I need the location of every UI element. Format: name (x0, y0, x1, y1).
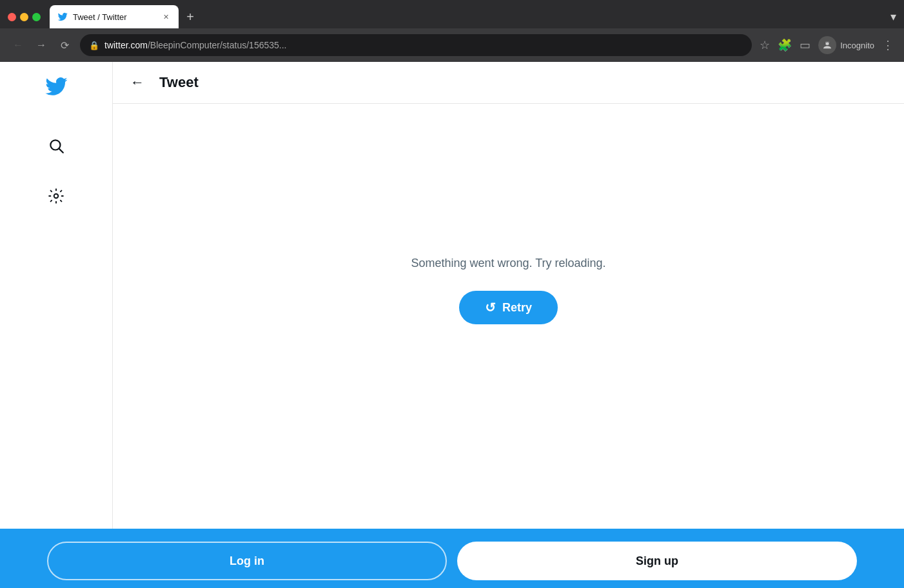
sidebar-settings-button[interactable] (40, 180, 72, 212)
extensions-button[interactable]: 🧩 (778, 38, 792, 52)
error-message: Something went wrong. Try reloading. (411, 257, 605, 270)
tab-favicon (57, 12, 68, 22)
page-title: Tweet (159, 74, 199, 91)
svg-point-5 (54, 194, 59, 199)
incognito-indicator: Incognito (818, 36, 874, 54)
url-text: twitter.com/BleepinComputer/status/15653… (104, 40, 743, 50)
tweet-page-header: ← Tweet (113, 62, 904, 104)
error-section: Something went wrong. Try reloading. ↺ R… (113, 104, 904, 529)
url-domain: twitter.com (104, 40, 148, 50)
twitter-logo[interactable] (44, 75, 68, 104)
browser-chrome: Tweet / Twitter ✕ + ▾ ← → ⟳ 🔒 twitter.co… (0, 0, 904, 62)
minimize-window-button[interactable] (20, 13, 28, 21)
url-bar[interactable]: 🔒 twitter.com/BleepinComputer/status/156… (80, 34, 752, 56)
tab-bar: Tweet / Twitter ✕ + ▾ (0, 0, 904, 28)
retry-label: Retry (502, 301, 532, 315)
retry-icon: ↺ (485, 300, 496, 315)
svg-point-1 (825, 43, 826, 44)
close-window-button[interactable] (8, 13, 16, 21)
traffic-lights (8, 13, 41, 21)
new-tab-button[interactable]: + (181, 8, 199, 26)
back-button[interactable]: ← (10, 37, 26, 53)
page-content: ← Tweet Something went wrong. Try reload… (0, 62, 904, 529)
maximize-window-button[interactable] (32, 13, 41, 21)
svg-point-2 (829, 43, 830, 44)
sidebar-search-button[interactable] (40, 130, 72, 162)
signup-button[interactable]: Sign up (457, 542, 857, 580)
retry-button[interactable]: ↺ Retry (459, 291, 558, 324)
main-content: ← Tweet Something went wrong. Try reload… (113, 62, 904, 529)
tab-title: Tweet / Twitter (73, 12, 155, 22)
incognito-icon (818, 36, 836, 54)
forward-button[interactable]: → (34, 37, 49, 53)
bookmark-button[interactable]: ☆ (760, 38, 770, 52)
lock-icon: 🔒 (89, 41, 99, 50)
active-tab[interactable]: Tweet / Twitter ✕ (50, 5, 179, 28)
auth-bottom-bar: Log in Sign up (0, 529, 904, 588)
twitter-sidebar (0, 62, 113, 529)
reload-button[interactable]: ⟳ (57, 37, 72, 53)
login-button[interactable]: Log in (47, 542, 447, 580)
tab-bar-dropdown[interactable]: ▾ (890, 10, 896, 24)
url-path: /BleepinComputer/status/156535... (148, 40, 287, 50)
address-bar: ← → ⟳ 🔒 twitter.com/BleepinComputer/stat… (0, 28, 904, 62)
incognito-label: Incognito (840, 41, 874, 50)
sidebar-button[interactable]: ▭ (800, 38, 811, 52)
svg-line-4 (59, 149, 63, 153)
back-nav-button[interactable]: ← (126, 71, 149, 94)
tab-close-button[interactable]: ✕ (161, 12, 171, 22)
browser-menu-button[interactable]: ⋮ (882, 38, 894, 52)
